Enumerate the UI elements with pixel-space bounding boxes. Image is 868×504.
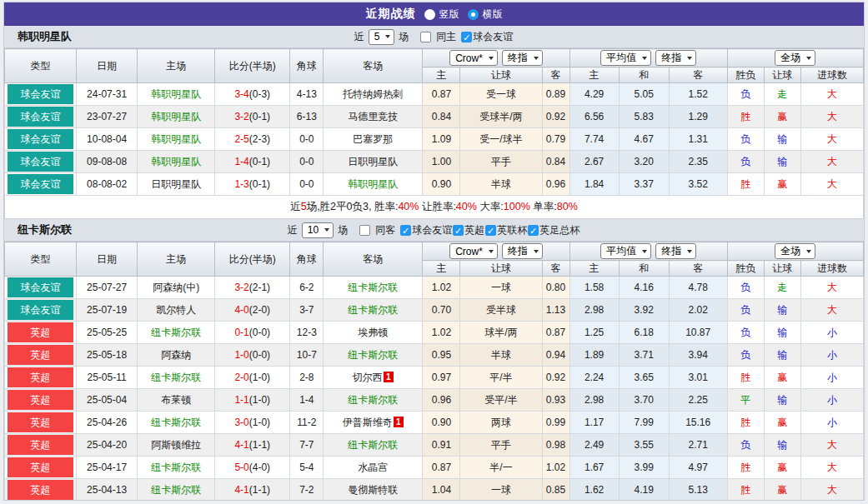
away-team-link[interactable]: 韩职明星队 <box>348 178 398 190</box>
competition-label: 球会友谊 <box>412 223 452 237</box>
avg-draw-cell: 4.19 <box>619 479 669 502</box>
avg-draw-cell: 3.70 <box>619 389 669 412</box>
result-cell: 负 <box>727 322 764 344</box>
competition-checkbox[interactable]: ✓ <box>528 225 539 236</box>
radio-horizontal-icon[interactable] <box>468 9 479 20</box>
away-team-cell: 托特纳姆热刺 <box>324 83 423 106</box>
away-team-link[interactable]: 纽卡斯尔联 <box>348 439 398 451</box>
home-team-link[interactable]: 凯尔特人 <box>156 304 196 316</box>
odds-home-cell: 1.02 <box>423 277 460 299</box>
result-cell: 负 <box>727 344 764 367</box>
avg-away-cell: 3.94 <box>669 344 727 367</box>
odds-time-select[interactable]: 终指 <box>502 50 543 66</box>
avg-home-cell: 1.25 <box>569 322 619 344</box>
layout-option-vertical[interactable]: 竖版 <box>424 7 459 22</box>
same-away-label: 同客 <box>375 223 395 237</box>
home-team-link[interactable]: 阿斯顿维拉 <box>151 439 201 451</box>
score-cell: 4-0(2-0) <box>215 299 290 322</box>
away-team-link[interactable]: 纽卡斯尔联 <box>348 282 398 293</box>
home-team-link[interactable]: 韩职明星队 <box>151 133 201 145</box>
competition-type-cell: 英超 <box>5 389 77 412</box>
col-avg-away: 客 <box>669 67 727 83</box>
away-team-cell: 切尔西1 <box>324 367 423 389</box>
scope-select[interactable]: 全场 <box>775 243 815 259</box>
home-team-link[interactable]: 阿森纳(中) <box>153 282 199 293</box>
away-team-link[interactable]: 马德里竞技 <box>348 111 398 122</box>
col-corner: 角球 <box>290 49 324 83</box>
goals-result-cell: 小 <box>800 412 863 434</box>
same-home-checkbox[interactable] <box>420 32 431 42</box>
competition-checkbox[interactable]: ✓ <box>485 225 496 236</box>
away-team-link[interactable]: 日职明星队 <box>348 156 398 167</box>
col-avg-draw: 和 <box>619 67 669 83</box>
avg-home-cell: 1.67 <box>569 457 619 479</box>
table-header-controls-row: 类型 日期 主场 比分(半场) 角球 客场 Crow* 终指 平均值 终指 <box>5 242 864 261</box>
away-team-link[interactable]: 切尔西 <box>353 372 383 383</box>
odds-away-cell: 0.92 <box>542 367 569 389</box>
section-header-team1: 韩职明星队 近 5 场 同主 ✓球会友谊 <box>4 26 864 48</box>
home-team-link[interactable]: 纽卡斯尔联 <box>151 417 201 428</box>
recent-count-select[interactable]: 5 <box>369 29 395 45</box>
corner-cell: 2-8 <box>290 367 324 389</box>
col-avg-home: 主 <box>569 261 619 277</box>
home-team-link[interactable]: 阿森纳 <box>161 349 191 361</box>
result-cell: 胜 <box>727 173 764 196</box>
competition-checkbox[interactable]: ✓ <box>461 32 472 42</box>
competition-type-cell: 英超 <box>5 479 77 502</box>
away-team-link[interactable]: 曼彻斯特联 <box>348 484 398 496</box>
home-team-link[interactable]: 纽卡斯尔联 <box>151 462 201 473</box>
same-away-checkbox[interactable] <box>359 225 370 236</box>
odds-home-cell: 0.97 <box>423 367 460 389</box>
away-team-link[interactable]: 托特纳姆热刺 <box>343 88 403 100</box>
away-team-link[interactable]: 巴塞罗那 <box>353 133 393 145</box>
home-team-link[interactable]: 韩职明星队 <box>151 88 201 100</box>
match-date: 25-05-25 <box>77 322 138 344</box>
odds-away-cell: 0.99 <box>542 412 569 434</box>
odds-handicap-cell: 两球 <box>460 412 542 434</box>
away-team-link[interactable]: 纽卡斯尔联 <box>348 349 398 361</box>
goals-result-cell: 大 <box>800 457 863 479</box>
home-team-link[interactable]: 纽卡斯尔联 <box>151 327 201 338</box>
home-team-link[interactable]: 纽卡斯尔联 <box>151 484 201 496</box>
score-cell: 4-1(1-1) <box>215 479 290 502</box>
score-cell: 3-0(1-0) <box>215 412 290 434</box>
filter-prefix: 近 <box>288 223 298 237</box>
odds-handicap-cell: 平/半 <box>460 367 542 389</box>
layout-option-horizontal[interactable]: 横版 <box>468 7 503 22</box>
away-team-link[interactable]: 纽卡斯尔联 <box>348 394 398 406</box>
recent-count-select[interactable]: 10 <box>302 222 334 238</box>
home-team-link[interactable]: 布莱顿 <box>161 394 191 406</box>
scope-select[interactable]: 全场 <box>775 50 815 66</box>
avg-source-select[interactable]: 平均值 <box>600 243 651 259</box>
radio-vertical-icon[interactable] <box>424 9 435 20</box>
result-cell: 平 <box>727 389 764 412</box>
odds-handicap-cell: 球半/两 <box>460 322 542 344</box>
away-team-link[interactable]: 纽卡斯尔联 <box>348 304 398 316</box>
away-team-link[interactable]: 水晶宫 <box>358 462 388 473</box>
away-team-link[interactable]: 埃弗顿 <box>358 327 388 338</box>
score-cell: 1-4(0-1) <box>215 151 290 173</box>
result-cell: 负 <box>727 277 764 299</box>
home-team-link[interactable]: 韩职明星队 <box>151 111 201 122</box>
home-team-link[interactable]: 日职明星队 <box>151 178 201 190</box>
avg-time-select[interactable]: 终指 <box>655 50 696 66</box>
odds-handicap-cell: 平手 <box>460 434 542 457</box>
odds-home-cell: 0.87 <box>423 457 460 479</box>
competition-checkbox[interactable]: ✓ <box>400 225 411 236</box>
home-team-link[interactable]: 韩职明星队 <box>151 156 201 167</box>
score-cell: 1-0(0-0) <box>215 344 290 367</box>
results-table-team2: 类型 日期 主场 比分(半场) 角球 客场 Crow* 终指 平均值 终指 <box>4 242 864 501</box>
match-row: 英超25-05-25纽卡斯尔联0-1(0-0)12-3埃弗顿1.02球半/两0.… <box>5 322 864 344</box>
home-team-link[interactable]: 纽卡斯尔联 <box>151 372 201 383</box>
avg-time-select[interactable]: 终指 <box>655 243 696 259</box>
away-team-link[interactable]: 伊普斯维奇 <box>343 417 393 428</box>
competition-filter: ✓球会友谊 <box>461 30 514 44</box>
avg-source-select[interactable]: 平均值 <box>600 50 651 66</box>
goals-result-cell: 大 <box>800 83 863 106</box>
odds-source-select[interactable]: Crow* <box>449 50 498 66</box>
score-cell: 4-1(1-1) <box>215 434 290 457</box>
competition-checkbox[interactable]: ✓ <box>453 225 464 236</box>
competition-type-cell: 球会友谊 <box>5 277 77 299</box>
odds-time-select[interactable]: 终指 <box>502 243 543 259</box>
odds-source-select[interactable]: Crow* <box>449 243 498 259</box>
